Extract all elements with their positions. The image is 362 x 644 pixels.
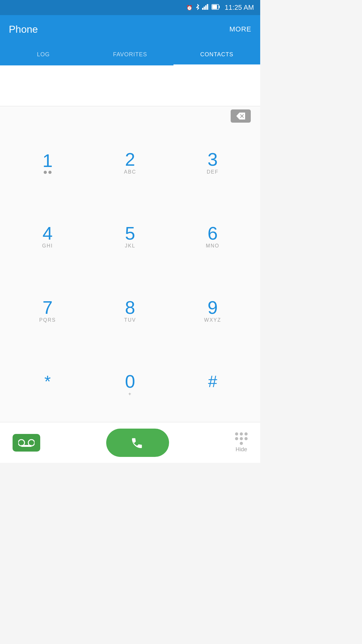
- hide-button[interactable]: Hide: [235, 432, 248, 453]
- bottom-action-bar: Hide: [0, 422, 260, 463]
- key-number-4: 4: [42, 224, 52, 242]
- dialpad-container: 1 2 ABC 3 DEF 4 GHI 5 JKL 6 MNO: [0, 106, 260, 422]
- more-button[interactable]: MORE: [229, 25, 251, 33]
- alarm-icon: ⏰: [186, 5, 193, 11]
- key-number-1: 1: [42, 152, 52, 170]
- key-letters-4: GHI: [42, 243, 53, 249]
- dialpad-grid: 1 2 ABC 3 DEF 4 GHI 5 JKL 6 MNO: [0, 126, 260, 422]
- dialer-display: [0, 65, 260, 106]
- backspace-row: [0, 109, 260, 123]
- key-number-8: 8: [125, 298, 135, 317]
- key-letters-3: DEF: [207, 169, 219, 175]
- signal-icon: [202, 4, 209, 11]
- tab-contacts[interactable]: CONTACTS: [173, 43, 260, 65]
- svg-rect-6: [219, 6, 220, 8]
- bluetooth-icon: [195, 4, 200, 11]
- key-number-3: 3: [208, 150, 218, 169]
- tab-log[interactable]: LOG: [0, 43, 87, 65]
- svg-rect-4: [208, 4, 209, 10]
- hide-label: Hide: [235, 446, 247, 453]
- key-number-6: 6: [208, 224, 218, 242]
- svg-rect-3: [207, 4, 208, 10]
- tab-favorites[interactable]: FAVORITES: [87, 43, 173, 65]
- dial-key-4[interactable]: 4 GHI: [6, 200, 89, 274]
- battery-icon: [211, 4, 220, 11]
- key-letters-8: TUV: [124, 317, 136, 324]
- call-button[interactable]: [106, 429, 169, 457]
- status-bar: ⏰ 11:25 AM: [0, 0, 260, 15]
- key-number-hash: #: [208, 373, 217, 390]
- hide-dots-grid: [235, 432, 248, 445]
- dial-key-hash[interactable]: #: [171, 348, 254, 422]
- dial-key-6[interactable]: 6 MNO: [171, 200, 254, 274]
- key-number-star: *: [44, 373, 51, 390]
- dial-key-3[interactable]: 3 DEF: [171, 126, 254, 200]
- key-letters-2: ABC: [124, 169, 136, 175]
- svg-rect-1: [204, 7, 205, 10]
- status-icons: ⏰ 11:25 AM: [186, 3, 254, 12]
- key-letters-9: WXYZ: [204, 317, 221, 324]
- voicemail-button[interactable]: [13, 434, 40, 452]
- tabs-bar: LOG FAVORITES CONTACTS: [0, 43, 260, 65]
- dial-key-7[interactable]: 7 PQRS: [6, 274, 89, 348]
- backspace-button[interactable]: [231, 109, 251, 123]
- key-number-2: 2: [125, 150, 135, 169]
- svg-rect-0: [202, 8, 203, 10]
- dial-key-9[interactable]: 9 WXYZ: [171, 274, 254, 348]
- voicemail-indicator: [44, 171, 52, 174]
- key-number-0: 0: [125, 372, 135, 391]
- key-number-7: 7: [42, 298, 52, 317]
- dial-key-5[interactable]: 5 JKL: [89, 200, 172, 274]
- dial-key-1[interactable]: 1: [6, 126, 89, 200]
- dial-key-0[interactable]: 0 +: [89, 348, 172, 422]
- app-title: Phone: [9, 24, 38, 35]
- dial-key-2[interactable]: 2 ABC: [89, 126, 172, 200]
- key-number-9: 9: [208, 298, 218, 317]
- svg-rect-10: [21, 445, 31, 447]
- dial-key-star[interactable]: *: [6, 348, 89, 422]
- key-letters-5: JKL: [125, 243, 135, 249]
- key-letters-6: MNO: [206, 243, 219, 249]
- svg-rect-7: [212, 5, 217, 9]
- svg-rect-2: [205, 5, 206, 10]
- key-number-5: 5: [125, 224, 135, 242]
- key-letters-0: +: [128, 391, 132, 397]
- status-time: 11:25 AM: [225, 3, 254, 12]
- app-header: Phone MORE: [0, 15, 260, 43]
- dial-key-8[interactable]: 8 TUV: [89, 274, 172, 348]
- key-letters-7: PQRS: [39, 317, 56, 324]
